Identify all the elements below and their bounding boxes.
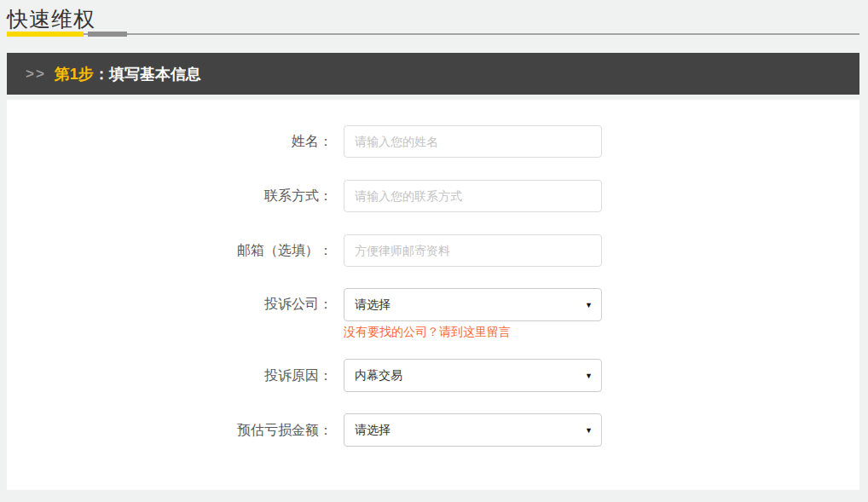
company-label: 投诉公司： xyxy=(7,288,333,320)
step-number-label: 第1步 xyxy=(55,64,94,84)
page-title: 快速维权 xyxy=(7,5,95,33)
form-row-name: 姓名： xyxy=(7,125,859,158)
company-not-found-link[interactable]: 没有要找的公司？请到这里留言 xyxy=(344,325,511,340)
form-row-email: 邮箱（选填）： xyxy=(7,234,859,267)
reason-label: 投诉原因： xyxy=(7,360,333,392)
loss-amount-label: 预估亏损金额： xyxy=(7,414,333,447)
name-input[interactable] xyxy=(344,125,602,158)
title-accent-yellow xyxy=(7,32,84,37)
page-header: 快速维权 xyxy=(0,0,868,36)
form-row-reason: 投诉原因： 内幕交易 ▼ xyxy=(7,359,859,392)
header-rule xyxy=(7,33,859,35)
chevrons-icon: >> xyxy=(26,66,46,83)
form-row-loss-amount: 预估亏损金额： 请选择 ▼ xyxy=(7,413,859,447)
loss-amount-select-value: 请选择 xyxy=(355,423,585,438)
contact-input[interactable] xyxy=(344,180,602,212)
reason-select-value: 内幕交易 xyxy=(355,368,585,384)
company-select[interactable]: 请选择 ▼ xyxy=(344,288,602,321)
step-separator: ： xyxy=(94,64,109,84)
form-row-company: 投诉公司： 请选择 ▼ 没有要找的公司？请到这里留言 xyxy=(7,288,859,340)
form-row-contact: 联系方式： xyxy=(7,180,859,212)
contact-label: 联系方式： xyxy=(7,180,333,212)
title-accent-gray xyxy=(88,32,127,37)
step-title: 填写基本信息 xyxy=(109,64,201,84)
chevron-down-icon: ▼ xyxy=(585,301,593,309)
basic-info-form: 姓名： 联系方式： 邮箱（选填）： 投诉公司： 请选择 ▼ 没有要找的公司？请到… xyxy=(7,100,859,490)
reason-select[interactable]: 内幕交易 ▼ xyxy=(344,359,602,392)
chevron-down-icon: ▼ xyxy=(585,426,593,435)
email-input[interactable] xyxy=(344,234,602,267)
step-bar: >> 第1步 ： 填写基本信息 xyxy=(7,53,859,95)
name-label: 姓名： xyxy=(7,125,333,158)
email-label: 邮箱（选填）： xyxy=(7,234,333,267)
chevron-down-icon: ▼ xyxy=(585,372,593,380)
company-select-value: 请选择 xyxy=(355,297,585,313)
loss-amount-select[interactable]: 请选择 ▼ xyxy=(344,413,602,447)
